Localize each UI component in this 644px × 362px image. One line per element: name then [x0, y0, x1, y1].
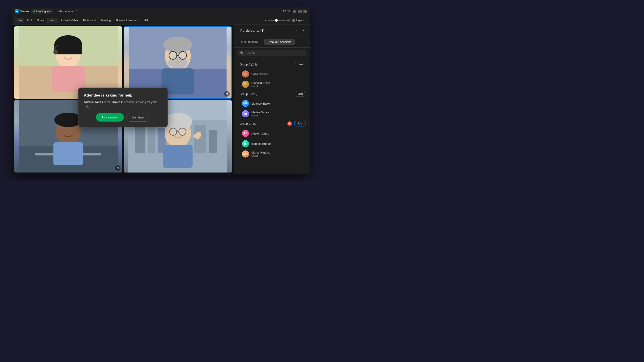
- notification-person: Austen Jones: [84, 100, 103, 104]
- participant-clarissa-info: Clarissa Smith Guest: [251, 81, 306, 87]
- group-a-name: Group A (2/3): [240, 63, 257, 66]
- group-c-header[interactable]: › Group C (3/3) ! Join: [234, 119, 310, 128]
- group-a-header[interactable]: › Group A (2/3) Join: [234, 60, 310, 69]
- avatar-sofia-img: SG: [242, 70, 249, 77]
- participant-matthew-info: Matthew Baker: [251, 102, 306, 105]
- group-b-join-button[interactable]: Join: [294, 91, 306, 96]
- title-bar: W Webex Meeting info Hide menu bar ⌃ 12:…: [12, 7, 310, 16]
- avatar-sofia: SG: [242, 70, 249, 77]
- app-window: W Webex Meeting info Hide menu bar ⌃ 12:…: [12, 7, 310, 174]
- group-b-name: Group B (2/3): [240, 92, 258, 96]
- menu-meeting[interactable]: Meeting: [98, 18, 113, 23]
- svg-line-16: [226, 93, 228, 95]
- svg-rect-28: [135, 126, 145, 153]
- svg-line-25: [117, 167, 119, 169]
- main-content: Attendee is asking for help Austen Jones…: [12, 24, 310, 174]
- meeting-info-text: Meeting info: [36, 10, 51, 13]
- svg-rect-34: [163, 145, 193, 168]
- participant-murad-info: Murad Higgins Guest: [251, 151, 306, 157]
- webex-icon: W: [15, 9, 19, 13]
- muted-icon-2: [224, 91, 230, 96]
- popout-button[interactable]: ◦: [294, 28, 299, 33]
- title-bar-left: W Webex Meeting info Hide menu bar ⌃: [15, 9, 283, 14]
- tab-main-meeting[interactable]: Main meeting: [238, 39, 262, 45]
- panel-chevron-icon[interactable]: ›: [238, 28, 238, 32]
- notification-title: Attendee is asking for help: [84, 93, 162, 98]
- group-b-header[interactable]: › Group B (2/3) Join: [234, 89, 310, 98]
- zoom-out-icon[interactable]: −: [265, 18, 266, 22]
- participant-marise: MT Marise Torres Guest: [234, 109, 310, 119]
- participant-marise-role: Guest: [251, 114, 306, 117]
- group-c-left: › Group C (3/3): [238, 122, 258, 125]
- avatar-murad-img: MH: [242, 150, 249, 158]
- menu-share[interactable]: Share: [35, 18, 47, 23]
- notification-in: in the: [103, 100, 112, 104]
- meeting-info-badge[interactable]: Meeting info: [31, 9, 53, 14]
- menu-audio-video[interactable]: Audio & Video: [58, 18, 80, 23]
- group-c-join-area: ! Join: [287, 121, 306, 126]
- participant-isabella-info: Isabella Brenan: [251, 142, 306, 145]
- close-panel-button[interactable]: ✕: [301, 28, 306, 33]
- participant-marise-name: Marise Torres: [251, 111, 306, 114]
- zoom-slider-thumb: [275, 19, 278, 22]
- webex-label: Webex: [20, 9, 29, 13]
- tab-breakout-sessions[interactable]: Breakout sessions: [264, 39, 295, 45]
- group-c-name: Group C (3/3): [240, 122, 258, 125]
- search-icon: 🔍: [240, 51, 244, 55]
- avatar-austen-img: AJ: [242, 130, 249, 137]
- group-a-join-button[interactable]: Join: [294, 62, 306, 67]
- join-session-button[interactable]: Join session: [96, 113, 124, 122]
- menu-participant[interactable]: Participant: [81, 18, 98, 23]
- svg-point-24: [72, 132, 77, 135]
- notification-body: Austen Jones in the Group C session is a…: [84, 100, 162, 109]
- notification-popup: Attendee is asking for help Austen Jones…: [78, 88, 168, 127]
- participant-clarissa-name: Clarissa Smith: [251, 81, 306, 84]
- menu-view[interactable]: View: [47, 18, 58, 23]
- participant-austen: AJ Austen Jones: [234, 128, 310, 139]
- avatar-matthew: MB: [242, 100, 249, 107]
- participant-sofia-name: Sofia Gomez: [251, 72, 306, 76]
- menu-file[interactable]: File: [15, 18, 24, 23]
- participant-clarissa: CS Clarissa Smith Guest: [234, 79, 310, 89]
- window-controls: – □ ✕: [293, 9, 307, 13]
- participant-sofia: SG Sofia Gomez: [234, 69, 310, 79]
- group-b-chevron-icon: ›: [238, 92, 238, 95]
- zoom-slider[interactable]: [268, 20, 286, 21]
- participant-matthew: MB Matthew Baker: [234, 98, 310, 109]
- svg-rect-5: [54, 44, 82, 54]
- zoom-controls: − +: [265, 18, 289, 22]
- group-a-left: › Group A (2/3): [238, 63, 257, 66]
- layout-button[interactable]: ▦ Layout: [289, 18, 307, 23]
- hide-menu-bar-button[interactable]: Hide menu bar ⌃: [57, 10, 78, 13]
- search-box: 🔍: [238, 50, 306, 56]
- avatar-marise: MT: [242, 110, 249, 117]
- zoom-in-icon[interactable]: +: [287, 18, 289, 22]
- group-a-chevron-icon: ›: [238, 63, 238, 66]
- video-area: Attendee is asking for help Austen Jones…: [12, 24, 234, 174]
- tab-bar: Main meeting Breakout sessions: [234, 36, 310, 48]
- notification-group: Group C: [112, 100, 123, 104]
- avatar-isabella: IB: [242, 140, 249, 147]
- close-button[interactable]: ✕: [304, 9, 307, 13]
- participant-isabella-name: Isabella Brenan: [251, 142, 306, 145]
- menu-breakout-sessions[interactable]: Breakout Sessions: [114, 18, 141, 23]
- title-bar-right: 12:40 – □ ✕: [283, 9, 307, 13]
- participant-murad-name: Murad Higgins: [251, 151, 306, 154]
- minimize-button[interactable]: –: [293, 9, 296, 13]
- menu-help[interactable]: Help: [141, 18, 152, 23]
- help-request-badge: !: [287, 121, 292, 126]
- participant-murad: MH Murad Higgins Guest: [234, 149, 310, 159]
- menu-edit[interactable]: Edit: [24, 18, 34, 23]
- avatar-austen: AJ: [242, 130, 249, 137]
- search-input[interactable]: [246, 51, 304, 55]
- maximize-button[interactable]: □: [298, 9, 302, 13]
- participant-isabella: IB Isabella Brenan: [234, 139, 310, 149]
- svg-rect-31: [194, 125, 206, 153]
- join-later-button[interactable]: Join later: [126, 113, 150, 122]
- avatar-murad: MH: [242, 150, 249, 158]
- svg-point-13: [169, 52, 177, 59]
- group-c-join-button[interactable]: Join: [294, 121, 306, 126]
- svg-text:!: !: [289, 123, 290, 124]
- avatar-isabella-img: IB: [242, 140, 249, 147]
- svg-rect-32: [209, 130, 217, 153]
